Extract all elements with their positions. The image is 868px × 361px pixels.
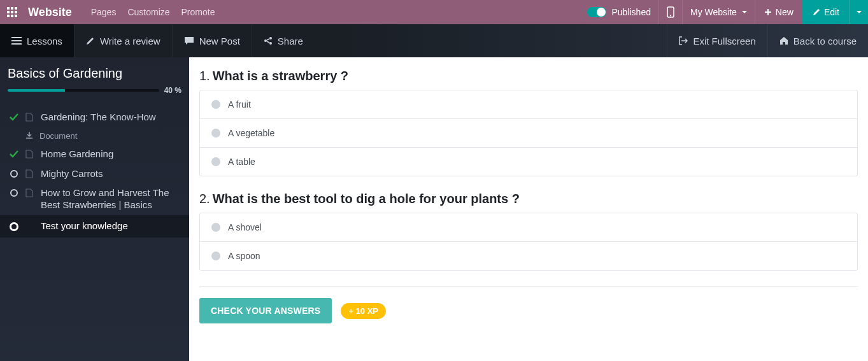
- sidebar: Basics of Gardening 40 % Gardening: The …: [0, 57, 189, 361]
- brand[interactable]: Website: [28, 6, 72, 19]
- actions: CHECK YOUR ANSWERS + 10 XP: [199, 298, 858, 323]
- document-icon: [25, 148, 34, 159]
- pencil-icon: [813, 8, 820, 16]
- sidebar-item-lesson-2[interactable]: Home Gardening: [8, 145, 181, 164]
- share-icon: [264, 36, 273, 45]
- question-text: What is the best tool to dig a hole for …: [213, 192, 520, 206]
- published-toggle[interactable]: Published: [580, 0, 658, 24]
- question-1: 1. What is a strawberry ? A fruit A vege…: [199, 69, 858, 176]
- option-label: A table: [228, 157, 255, 167]
- edit-dropdown[interactable]: [850, 0, 868, 24]
- progress-fill: [8, 89, 65, 92]
- xp-badge: + 10 XP: [341, 303, 386, 319]
- back-to-course-label: Back to course: [793, 36, 857, 46]
- chevron-down-icon: [857, 11, 862, 13]
- edit-button[interactable]: Edit: [802, 0, 850, 24]
- tab-write-review[interactable]: Write a review: [74, 24, 172, 57]
- svg-point-3: [264, 39, 267, 42]
- status-incomplete: [9, 168, 19, 178]
- radio-icon: [211, 251, 220, 260]
- question-1-options: A fruit A vegetable A table: [199, 90, 858, 176]
- document-icon: [25, 111, 34, 122]
- check-icon: [9, 111, 19, 121]
- edit-label: Edit: [824, 7, 839, 17]
- question-1-option-2[interactable]: A vegetable: [200, 118, 857, 147]
- check-answers-button[interactable]: CHECK YOUR ANSWERS: [199, 298, 332, 323]
- download-icon: [25, 131, 33, 139]
- question-2-option-2[interactable]: A spoon: [200, 241, 857, 270]
- progress-percent: 40 %: [164, 86, 181, 95]
- pencil-icon: [86, 36, 95, 45]
- radio-icon: [211, 100, 220, 109]
- top-menu: Pages Customize Promote: [91, 7, 215, 17]
- plus-icon: [764, 8, 772, 16]
- exit-fullscreen-label: Exit Fullscreen: [693, 36, 755, 46]
- lesson-label: Mighty Carrots: [41, 168, 180, 180]
- top-bar: Website Pages Customize Promote Publishe…: [0, 0, 868, 24]
- back-to-course-button[interactable]: Back to course: [767, 24, 868, 57]
- question-1-option-3[interactable]: A table: [200, 147, 857, 176]
- published-label: Published: [611, 7, 651, 17]
- comment-icon: [184, 36, 194, 45]
- top-bar-left: Website Pages Customize Promote: [0, 0, 215, 24]
- mobile-icon: [667, 6, 674, 18]
- question-2-options: A shovel A spoon: [199, 213, 858, 271]
- svg-point-1: [670, 15, 671, 17]
- home-icon: [779, 36, 788, 45]
- menu-promote[interactable]: Promote: [181, 7, 215, 17]
- option-label: A fruit: [228, 99, 251, 110]
- lesson-toolbar: Lessons Write a review New Post Share Ex…: [0, 24, 868, 57]
- lesson-label: Test your knowledge: [41, 220, 181, 232]
- lesson-label: How to Grow and Harvest The Best Strawbe…: [41, 187, 180, 211]
- status-current: [9, 220, 19, 231]
- menu-pages[interactable]: Pages: [91, 7, 117, 17]
- main: Basics of Gardening 40 % Gardening: The …: [0, 57, 868, 361]
- hamburger-icon: [11, 37, 22, 45]
- lesson-label: Gardening: The Know-How: [41, 111, 180, 124]
- exit-icon: [679, 36, 688, 45]
- sidebar-item-lesson-1-sub[interactable]: Document: [8, 127, 181, 145]
- sidebar-item-lesson-4[interactable]: How to Grow and Harvest The Best Strawbe…: [8, 183, 181, 215]
- document-icon: [25, 168, 34, 178]
- option-label: A vegetable: [228, 128, 274, 138]
- tab-write-review-label: Write a review: [100, 36, 160, 46]
- new-button[interactable]: New: [755, 0, 802, 24]
- option-label: A shovel: [228, 222, 262, 232]
- lesson-label: Home Gardening: [41, 148, 180, 160]
- content: 1. What is a strawberry ? A fruit A vege…: [189, 57, 868, 361]
- exit-fullscreen-button[interactable]: Exit Fullscreen: [667, 24, 767, 57]
- mobile-preview-button[interactable]: [658, 0, 682, 24]
- question-2-option-1[interactable]: A shovel: [200, 213, 857, 241]
- svg-point-4: [269, 42, 272, 45]
- tab-lessons[interactable]: Lessons: [0, 24, 74, 57]
- ring-icon: [10, 170, 18, 178]
- sidebar-item-lesson-1[interactable]: Gardening: The Know-How: [8, 108, 181, 127]
- tab-lessons-label: Lessons: [27, 36, 62, 46]
- question-number: 1.: [199, 69, 210, 83]
- document-icon: [25, 187, 34, 197]
- top-bar-right: Published My Website New Edit: [580, 0, 868, 24]
- question-heading: 2. What is the best tool to dig a hole f…: [199, 192, 858, 206]
- tab-new-post-label: New Post: [199, 36, 240, 46]
- apps-icon[interactable]: [0, 0, 24, 24]
- progress-row: 40 %: [8, 86, 181, 95]
- check-icon: [9, 148, 19, 158]
- option-label: A spoon: [228, 251, 260, 261]
- question-text: What is a strawberry ?: [213, 69, 348, 83]
- my-website-label: My Website: [690, 7, 737, 17]
- question-number: 2.: [199, 192, 210, 206]
- menu-customize[interactable]: Customize: [127, 7, 169, 17]
- course-title: Basics of Gardening: [8, 66, 181, 81]
- radio-icon: [211, 223, 220, 232]
- tab-new-post[interactable]: New Post: [172, 24, 252, 57]
- radio-icon: [211, 129, 220, 138]
- question-1-option-1[interactable]: A fruit: [200, 90, 857, 118]
- sidebar-item-lesson-3[interactable]: Mighty Carrots: [8, 164, 181, 184]
- my-website-dropdown[interactable]: My Website: [682, 0, 755, 24]
- tab-share[interactable]: Share: [252, 24, 315, 57]
- ring-icon: [10, 189, 18, 197]
- new-label: New: [776, 7, 793, 17]
- status-incomplete: [9, 187, 19, 197]
- sidebar-item-lesson-5[interactable]: Test your knowledge: [0, 215, 189, 237]
- tab-share-label: Share: [278, 36, 303, 46]
